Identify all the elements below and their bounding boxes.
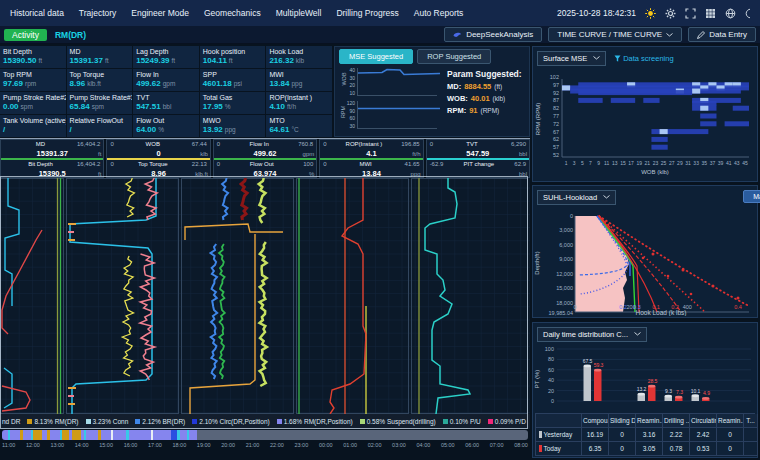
deepseek-analysis-button[interactable]: DeepSeekAnalysis xyxy=(444,27,542,42)
log-track-charts[interactable] xyxy=(0,178,530,414)
readout-unit: ft xyxy=(105,57,109,64)
wob-axis-ticks: 40302010 xyxy=(343,67,355,96)
surface-mse-dropdown[interactable]: Surface MSE xyxy=(537,51,606,66)
track-header-5: 0TVT6,290547.59bbl-62.9PIT change62.9bbl xyxy=(426,139,530,178)
readout-unit: ft xyxy=(229,57,233,64)
timeline-label: 17:00 xyxy=(148,442,162,448)
value-number: 15391.37 xyxy=(37,149,68,158)
activity-timeline-bar[interactable] xyxy=(2,430,528,440)
data-screening-label: Data screening xyxy=(623,54,673,63)
hookload-ylabel: Depth(ft) xyxy=(534,251,540,274)
daily-row-label: Yesterday xyxy=(536,428,582,442)
mse-ylabel: RPM (RPM) xyxy=(535,103,541,135)
nav-item-drilling-progress[interactable]: Drilling Progress xyxy=(336,8,398,18)
curve-value: 8.96klb.ft xyxy=(107,169,209,179)
chevron-down-icon xyxy=(603,195,610,199)
theme-sun-icon[interactable] xyxy=(645,8,656,19)
daily-time-dropdown[interactable]: Daily time distribution C... xyxy=(537,327,647,342)
manual-button[interactable]: Man xyxy=(743,190,760,203)
language-globe-icon[interactable] xyxy=(725,8,736,19)
curve-value: 4.1ft/h xyxy=(320,149,422,160)
readout-label: Tank Volume (active) xyxy=(3,117,63,124)
timeline-segment xyxy=(33,430,42,440)
readout-label: TVT xyxy=(136,94,196,101)
tab-mse-suggested[interactable]: MSE Suggested xyxy=(339,49,413,64)
nav-item-auto-reports[interactable]: Auto Reports xyxy=(414,8,464,18)
readout-label: ROP(Instant ) xyxy=(269,94,329,101)
value-unit: klb xyxy=(200,150,208,159)
chevron-down-icon xyxy=(634,332,641,336)
readout-unit: spm xyxy=(92,103,104,110)
scale-min: 0 xyxy=(430,140,433,149)
timeline-segment xyxy=(129,430,151,440)
wob-tick: 10 xyxy=(349,90,355,96)
mse-xlabel: WOB (klb) xyxy=(641,169,669,175)
curve-name: Flow In xyxy=(250,140,269,149)
svg-text:82: 82 xyxy=(553,105,559,111)
readout-unit: ft xyxy=(172,57,176,64)
track-scale: 0Flow Out100 xyxy=(214,160,316,169)
nav-item-multiplewell[interactable]: MultipleWell xyxy=(276,8,322,18)
curve-value: bbl xyxy=(427,169,529,179)
readout-unit: klb xyxy=(296,57,304,64)
mse-heatmap-chart[interactable]: WOB (klb) RPM (RPM) 10297928782777267625… xyxy=(533,69,755,177)
scale-max: 62.9 xyxy=(514,160,526,169)
svg-text:0.2: 0.2 xyxy=(619,304,627,310)
readout-label: Flow In xyxy=(136,71,196,78)
nav-item-engineer-mode[interactable]: Engineer Mode xyxy=(131,8,189,18)
svg-text:97: 97 xyxy=(553,82,559,88)
param-suggested-title: Param Suggested: xyxy=(447,69,525,79)
nav-item-historical-data[interactable]: Historical data xyxy=(10,8,64,18)
data-screening-link[interactable]: Data screening xyxy=(614,54,673,63)
log-track-headers: MD16,404.215391.37ftBit Depth16,404.2153… xyxy=(0,138,530,178)
clipped-edge-icon[interactable] xyxy=(745,8,750,19)
daily-value-cell xyxy=(744,442,758,456)
readout-cell: Top Torque8.96klb.ft xyxy=(67,69,133,91)
value-unit: gpm xyxy=(303,150,315,159)
timeline-label: 14:00 xyxy=(75,442,89,448)
param-label: WOB: xyxy=(447,94,468,103)
nav-item-trajectory[interactable]: Trajectory xyxy=(79,8,116,18)
curve-name: Bit Depth xyxy=(28,160,53,169)
curve-type-dropdown[interactable]: TIME CURVE / TIME CURVE xyxy=(548,27,682,42)
track-scale: MD16,404.2 xyxy=(1,140,103,149)
legend-text: 0.10% P/U xyxy=(450,418,481,425)
daily-time-table: Compou...Sliding DRReamin...Drilling ...… xyxy=(535,413,755,456)
svg-text:0: 0 xyxy=(573,304,576,310)
curve-value: 499.62gpm xyxy=(214,149,316,160)
suhl-hookload-panel: SUHL-Hookload Man Hook Load (k l xyxy=(532,185,758,318)
svg-text:25: 25 xyxy=(661,160,667,166)
wob-mini-chart: WOB 40302010 xyxy=(339,66,439,99)
timeline-label: 21:00 xyxy=(246,442,260,448)
hookload-dropdown[interactable]: SUHL-Hookload xyxy=(537,190,616,205)
settings-gear-icon[interactable] xyxy=(665,8,676,19)
scale-min: 0 xyxy=(217,160,220,169)
track-header-3: 0Flow In760.8499.62gpm0Flow Out10063.974… xyxy=(213,139,317,178)
timeline-segment xyxy=(86,430,98,440)
svg-text:52: 52 xyxy=(553,152,559,158)
readout-cell: MTO64.61°C xyxy=(266,115,332,137)
daily-col-header: T... xyxy=(744,414,758,428)
scale-max: 67.44 xyxy=(192,140,207,149)
svg-text:7: 7 xyxy=(589,160,592,166)
legend-swatch xyxy=(488,419,493,424)
track-scale: Bit Depth16,404.2 xyxy=(1,160,103,169)
daily-time-title: Daily time distribution C... xyxy=(543,330,628,339)
hookload-chart[interactable]: Hook Load (k lbs) Depth(ft) 03,0006,0009… xyxy=(533,208,755,316)
readout-value: 13.92ppg xyxy=(203,125,263,134)
daily-value-cell: 16.19 xyxy=(582,428,609,442)
scale-max: 100 xyxy=(303,160,313,169)
readout-value: 17.95% xyxy=(203,102,263,111)
readout-label: Total Gas xyxy=(203,94,263,101)
param-value: 40.01 xyxy=(471,94,490,103)
fullscreen-icon[interactable] xyxy=(685,8,696,19)
tab-rop-suggested[interactable]: ROP Suggested xyxy=(417,49,491,64)
timeline-segment xyxy=(153,430,171,440)
timeline-segment xyxy=(62,430,69,440)
deepseek-icon xyxy=(453,31,462,39)
daily-bar-chart[interactable]: PT (%) 10080604020067.559.313.228.59.37.… xyxy=(533,345,755,409)
grid-layout-icon[interactable] xyxy=(705,8,716,19)
param-line: WOB:40.01(klb) xyxy=(447,94,525,103)
nav-item-geomechanics[interactable]: Geomechanics xyxy=(204,8,261,18)
data-entry-button[interactable]: Data Entry xyxy=(688,27,756,42)
